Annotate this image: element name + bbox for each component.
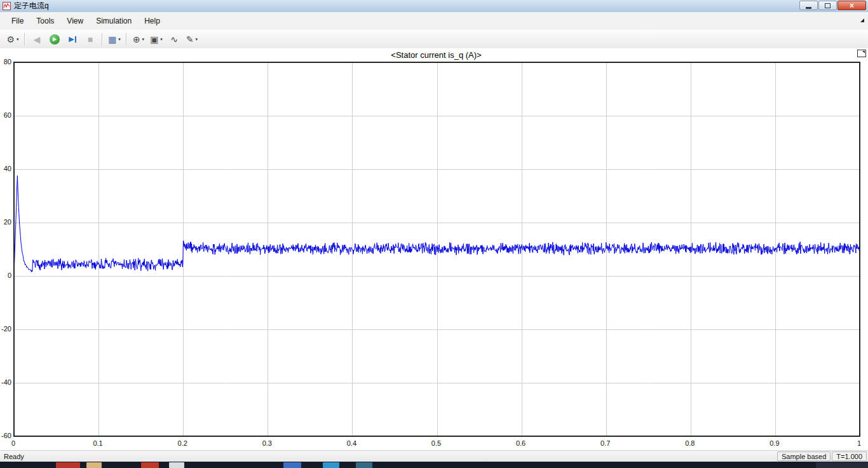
- y-tick-label: 20: [1, 218, 11, 226]
- taskbar-item[interactable]: [141, 462, 159, 468]
- close-button[interactable]: ×: [837, 1, 866, 10]
- y-tick-label: -40: [1, 378, 11, 386]
- status-sim-time: T=1.000: [832, 451, 867, 461]
- run-icon: ▶: [50, 34, 60, 45]
- x-tick-label: 0.6: [507, 439, 535, 447]
- scope-canvas[interactable]: [14, 62, 860, 436]
- toolbar-separator: [126, 33, 127, 46]
- toolbar-separator: [102, 33, 103, 46]
- maximize-button[interactable]: [818, 1, 837, 10]
- scope-window: 定子电流q × File Tools View Simulation Help …: [0, 0, 868, 468]
- menubar: File Tools View Simulation Help: [0, 12, 868, 31]
- menu-help[interactable]: Help: [138, 13, 166, 29]
- style-button[interactable]: ✎▾: [184, 32, 200, 47]
- window-title: 定子电流q: [14, 0, 49, 12]
- x-tick-label: 0.4: [337, 439, 365, 447]
- taskbar-item[interactable]: [169, 462, 184, 468]
- step-bar-icon: [75, 36, 76, 43]
- y-tick-label: 40: [1, 165, 11, 172]
- zoom-fit-icon: ▣: [150, 35, 158, 44]
- menu-tools[interactable]: Tools: [30, 13, 60, 29]
- float-scope-icon[interactable]: [857, 50, 866, 57]
- x-tick-label: 0.3: [253, 439, 281, 447]
- x-tick-label: 0.8: [676, 439, 704, 447]
- x-tick-label: 0.5: [423, 439, 451, 447]
- step-forward-icon: ▶: [69, 36, 74, 43]
- parameters-button[interactable]: ⚙▾: [4, 32, 21, 47]
- dropdown-arrow-icon: ▾: [142, 37, 145, 42]
- parameters-icon: ⚙: [6, 35, 15, 44]
- toolbar-items: ⚙▾◀▶▶■▦▾⊕▾▣▾∿✎▾: [4, 32, 201, 47]
- signal-selector-button[interactable]: ▦▾: [106, 32, 123, 47]
- dock-arrow-icon[interactable]: [860, 18, 864, 22]
- y-tick-label: 80: [1, 58, 11, 65]
- x-tick-label: 0: [0, 439, 27, 447]
- minimize-icon: [806, 7, 811, 9]
- step-back-icon: ◀: [34, 35, 41, 44]
- menu-file[interactable]: File: [5, 13, 30, 29]
- y-tick-label: -60: [1, 432, 11, 439]
- taskbar-item[interactable]: [283, 462, 301, 468]
- toolbar: ⚙▾◀▶▶■▦▾⊕▾▣▾∿✎▾: [0, 30, 868, 49]
- x-tick-label: 0.2: [168, 439, 196, 447]
- scope-area: <Stator current is_q (A)> -60-40-2002040…: [0, 48, 868, 450]
- zoom-fit-button[interactable]: ▣▾: [148, 32, 165, 47]
- taskbar-item[interactable]: [356, 462, 372, 468]
- status-ready-text: Ready: [4, 453, 24, 460]
- stop-icon: ■: [88, 35, 93, 44]
- taskbar[interactable]: [0, 462, 868, 468]
- x-tick-label: 0.9: [761, 439, 789, 447]
- plot-box: [13, 62, 860, 437]
- dropdown-arrow-icon: ▾: [196, 37, 198, 42]
- taskbar-item[interactable]: [56, 462, 80, 468]
- statusbar: Ready Sample based T=1.000: [0, 450, 868, 462]
- window-controls: ×: [799, 1, 866, 10]
- cursor-measurements-button[interactable]: ⊕▾: [130, 32, 147, 47]
- menu-view[interactable]: View: [60, 13, 90, 29]
- x-tick-label: 1: [845, 439, 868, 447]
- x-tick-label: 0.7: [592, 439, 620, 447]
- signal-selector-icon: ▦: [108, 35, 116, 44]
- taskbar-item[interactable]: [323, 462, 339, 468]
- float-arrow-icon: [862, 51, 865, 53]
- close-icon: ×: [850, 2, 854, 10]
- maximize-icon: [825, 3, 831, 8]
- minimize-button[interactable]: [799, 1, 818, 10]
- step-forward-button[interactable]: ▶: [64, 32, 81, 47]
- y-tick-label: 0: [1, 272, 11, 279]
- run-button[interactable]: ▶: [46, 32, 63, 47]
- dropdown-arrow-icon: ▾: [160, 37, 163, 42]
- taskbar-item[interactable]: [86, 462, 102, 468]
- scope-app-icon: [3, 2, 11, 10]
- chart-title: <Stator current is_q (A)>: [13, 50, 859, 60]
- trigger-button[interactable]: ∿: [166, 32, 182, 47]
- y-tick-label: 60: [1, 111, 11, 119]
- style-icon: ✎: [186, 35, 194, 44]
- toolbar-separator: [24, 33, 25, 46]
- sim-time-text: T=1.000: [836, 453, 862, 460]
- status-sample-mode: Sample based: [777, 451, 831, 461]
- stop-button[interactable]: ■: [82, 32, 98, 47]
- dropdown-arrow-icon: ▾: [118, 37, 121, 42]
- menu-simulation[interactable]: Simulation: [90, 13, 138, 29]
- trigger-icon: ∿: [170, 35, 178, 44]
- x-tick-label: 0.1: [84, 439, 112, 447]
- y-tick-label: -20: [1, 325, 11, 333]
- step-back-button[interactable]: ◀: [29, 32, 45, 47]
- titlebar[interactable]: 定子电流q ×: [0, 0, 868, 13]
- status-right: Sample based T=1.000: [776, 451, 867, 461]
- sample-mode-text: Sample based: [782, 453, 826, 460]
- dropdown-arrow-icon: ▾: [17, 37, 19, 42]
- cursor-measurements-icon: ⊕: [133, 35, 140, 44]
- taskbar-item[interactable]: [816, 462, 868, 468]
